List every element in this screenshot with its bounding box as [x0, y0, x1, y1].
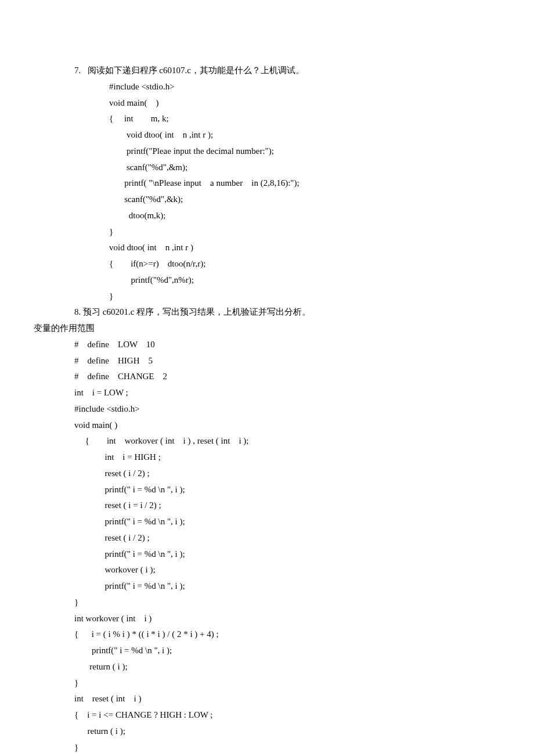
text-line: 变量的作用范围: [34, 321, 469, 337]
code-line: }: [74, 675, 469, 692]
code-line: { if(n>=r) dtoo(n/r,r);: [74, 256, 469, 272]
code-line: printf(" i = %d \n ", i );: [74, 643, 469, 659]
code-line: { int m, k;: [74, 111, 469, 127]
code-line: return ( i );: [74, 723, 469, 740]
text-line: 7. 阅读如下递归程序 c60107.c，其功能是什么？上机调试。: [74, 63, 469, 79]
code-line: { i = i <= CHANGE ? HIGH : LOW ;: [74, 707, 469, 723]
code-line: printf(" i = %d \n ", i );: [74, 514, 469, 530]
code-line: }: [74, 740, 469, 756]
code-line: #include <stdio.h>: [74, 79, 469, 95]
code-line: reset ( i = i / 2) ;: [74, 498, 469, 514]
code-line: printf(" i = %d \n ", i );: [74, 578, 469, 595]
code-line: void main( ): [74, 95, 469, 111]
code-line: #include <stdio.h>: [74, 401, 469, 417]
code-line: scanf("%d",&m);: [74, 160, 469, 176]
code-line: void dtoo( int n ,int r ): [74, 240, 469, 256]
code-line: reset ( i / 2) ;: [74, 530, 469, 546]
code-line: printf( "\nPlease input a number in (2,8…: [74, 175, 469, 192]
code-line: { int workover ( int i ) , reset ( int i…: [74, 433, 469, 449]
code-line: int i = HIGH ;: [74, 449, 469, 466]
code-line: scanf("%d",&k);: [74, 192, 469, 208]
text-line: 8. 预习 c60201.c 程序，写出预习结果，上机验证并写出分析。: [74, 304, 469, 321]
code-line: }: [74, 595, 469, 611]
code-line: void dtoo( int n ,int r );: [74, 127, 469, 143]
code-line: int i = LOW ;: [74, 385, 469, 401]
code-line: }: [74, 289, 469, 305]
code-line: dtoo(m,k);: [74, 208, 469, 224]
code-line: }: [74, 224, 469, 240]
code-line: workover ( i );: [74, 562, 469, 578]
document-page: 7. 阅读如下递归程序 c60107.c，其功能是什么？上机调试。 #inclu…: [0, 0, 534, 756]
code-line: void main( ): [74, 417, 469, 434]
code-line: printf(" i = %d \n ", i );: [74, 546, 469, 563]
code-line: return ( i );: [74, 659, 469, 675]
code-line: { i = ( i % i ) * (( i * i ) / ( 2 * i )…: [74, 627, 469, 643]
code-line: printf("Pleae input the decimal number:"…: [74, 143, 469, 160]
code-line: printf(" i = %d \n ", i );: [74, 482, 469, 498]
code-line: # define CHANGE 2: [74, 369, 469, 385]
code-line: int workover ( int i ): [74, 611, 469, 627]
code-line: reset ( i / 2) ;: [74, 466, 469, 482]
code-line: int reset ( int i ): [74, 691, 469, 707]
code-line: # define LOW 10: [74, 337, 469, 353]
code-line: # define HIGH 5: [74, 353, 469, 369]
code-line: printf("%d",n%r);: [74, 272, 469, 289]
